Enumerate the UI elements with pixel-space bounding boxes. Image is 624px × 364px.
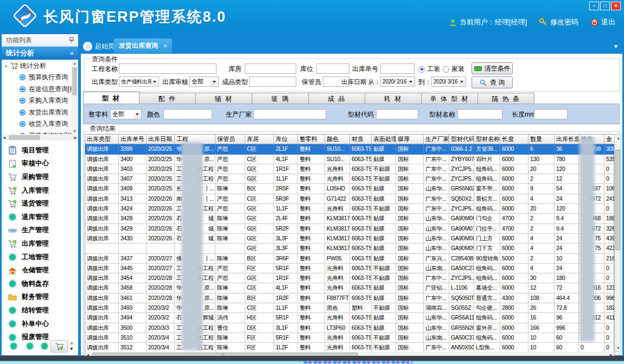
project-name-input[interactable] (119, 63, 217, 74)
pin-icon[interactable] (69, 37, 74, 43)
table-row[interactable]: 调拨出库34002020/2/25华原...严思C区4L1F整料SU10...6… (85, 155, 614, 164)
tree-item[interactable]: 采购入库查询 (2, 95, 78, 107)
column-header[interactable]: 膜厚 (396, 135, 424, 144)
table-row[interactable]: 调拨出库34302020/2/26石城陈琳G区3L3F整料KLM38176063… (85, 234, 614, 244)
whole-piece-dropdown[interactable]: 全部 (110, 109, 142, 119)
maximize-button[interactable]: □ (600, 2, 610, 10)
column-header[interactable]: 出库日期 (147, 135, 175, 144)
table-row[interactable]: 调拨出库34582020/2/28华原...陈琳C区4L1F整料光身料6063-… (85, 283, 614, 293)
date-from-picker[interactable]: 2020/ 2/16 (380, 76, 415, 87)
table-row[interactable]: 调拨出库34372020/2/27佛丨...陈琳B区3R6F整料PW056063… (85, 254, 614, 264)
column-header[interactable]: 整零料 (298, 135, 325, 144)
column-header[interactable]: 型材代码 (449, 135, 474, 144)
order-no-input[interactable] (380, 63, 415, 74)
column-header[interactable]: 型材名称 (474, 135, 500, 144)
table-row[interactable]: 调拨出库34282020/2/26石城陈琳G区2L4F整料KLM38176063… (85, 214, 614, 223)
sidebar-item-结转管理[interactable]: 结转管理 (2, 304, 78, 317)
sidebar-item-物料盘存[interactable]: 物料盘存 (2, 277, 78, 291)
material-tab-2[interactable]: 配 件 (139, 93, 196, 104)
sidebar-item-审核中心[interactable]: 审核中心 (2, 157, 78, 171)
sidebar-cart-button[interactable] (50, 340, 68, 353)
material-tab-7[interactable]: 单 体 型 材 (422, 93, 478, 104)
grid-vertical-scrollbar[interactable]: ▲▼ (614, 134, 621, 352)
change-password-link[interactable]: 修改密码 (550, 17, 578, 27)
table-row[interactable]: 调拨出库35002020/3/3工共工程曹佳D区3L1F整料LT3P606063… (85, 323, 614, 333)
sidebar-item-入库管理[interactable]: 入库管理 (2, 184, 78, 197)
sidebar-item-退货管理[interactable]: 退货管理 (2, 197, 78, 210)
sidebar-item-采购管理[interactable]: 采购管理 (2, 170, 78, 184)
table-row[interactable]: 调拨出库34072020/2/25工共工程严思G区1L1F整料光身料6063-T… (85, 174, 614, 184)
audit-dropdown[interactable]: 全部 (189, 76, 219, 87)
out-type-dropdown[interactable]: 生产领料出库 (119, 76, 159, 87)
column-header[interactable]: 金 (604, 135, 615, 144)
table-row[interactable]: 调拨出库34132020/2/26南丨...严思C区5R3F整料G7142260… (85, 194, 614, 204)
table-row[interactable]: 调拨出库34612020/2/28华原...陈琳B区1R2F整料F8877FT6… (85, 293, 614, 303)
tab-active[interactable]: 发货出库查询× (114, 39, 172, 53)
sidebar-dot-icon[interactable] (41, 343, 48, 349)
column-header[interactable]: 库位 (274, 135, 298, 144)
profile-code-input[interactable] (376, 109, 418, 119)
profile-name-input[interactable] (457, 109, 502, 119)
product-type-input[interactable] (249, 76, 296, 87)
column-header[interactable]: 出库类型 (85, 135, 119, 144)
sidebar-item-项目管理[interactable]: 项目管理 (2, 144, 78, 157)
sidebar-section-header[interactable]: 统计分析« (2, 47, 78, 60)
sidebar-item-出库管理[interactable]: 出库管理 (2, 237, 78, 251)
material-tab-6[interactable]: 耗 材 (365, 93, 422, 104)
tree-vertical-scrollbar[interactable]: ▲▼ (72, 60, 78, 134)
more-chevron[interactable]: »▾ (70, 341, 73, 352)
tree-item[interactable]: 在途信息查询[待 (2, 84, 78, 95)
material-tab-5[interactable]: 成 品 (309, 93, 365, 104)
column-header[interactable]: 出库长度 (555, 135, 579, 144)
radio-home-install[interactable]: 家装 (443, 65, 464, 74)
column-header[interactable]: 生产厂家 (424, 135, 449, 144)
column-header[interactable]: 颜色 (325, 135, 350, 144)
table-row[interactable]: 调拨出库34942020/3/2石辉城汤伟H区5R1F整料光身料6063-T5贴… (85, 313, 614, 323)
column-header[interactable]: 材质 (350, 135, 372, 144)
table-row[interactable]: 调拨出库34292020/2/26石城陈琳G区5R2F整料KLM38176063… (85, 224, 614, 234)
sidebar-item-工地管理[interactable]: 工地管理 (2, 251, 78, 264)
table-row[interactable]: 调拨出库34542020/2/28工共工程严思G区1R1F整料光身料6063-T… (85, 273, 614, 283)
logout-link[interactable]: 退出 (601, 17, 615, 27)
table-row[interactable]: 调拨出库35122020/3/4工共工程陈琳F区1L2F整料光身料6063-T5… (85, 343, 614, 353)
tree-item[interactable]: 发货出库查询 (2, 107, 78, 119)
length-input[interactable] (534, 109, 568, 119)
tree-horizontal-scrollbar[interactable]: ◀▶ (2, 134, 78, 141)
sidebar-item-退库管理[interactable]: 退库管理 (2, 210, 78, 224)
sidebar-item-补单中心[interactable]: 补单中心 (2, 317, 78, 331)
column-header[interactable]: 库房 (245, 135, 274, 144)
material-tab-1[interactable]: 型 材 (83, 92, 139, 104)
table-row[interactable]: 调拨出库34452020/2/27工共工程严思F区5R1F整料光身料6063-T… (85, 264, 614, 273)
table-row[interactable]: 调拨出库34242020/2/26工工程严思G区1L1F整料光身料6063-T5… (85, 204, 614, 214)
tab-list-chevron[interactable]: ▼ (613, 43, 619, 49)
clear-conditions-button[interactable]: 清空条件 (472, 62, 513, 74)
column-header[interactable]: 保管员 (215, 135, 245, 144)
table-row[interactable]: 调拨出库33992020/2/25华原...严思C区2L1F整料SU10...6… (85, 144, 614, 154)
warehouse-input[interactable] (245, 63, 296, 74)
table-row[interactable]: 调拨出库34932020/3/2华原...陈琳C区1L1F整料黑色塑料不贴膜国标… (85, 303, 614, 313)
sidebar-dot-icon[interactable] (10, 343, 17, 349)
tab-home[interactable]: ⌂起始页 (81, 39, 118, 53)
sidebar-item-仓储管理[interactable]: 仓储管理 (2, 264, 78, 277)
column-header[interactable]: 数量 (529, 135, 555, 144)
tree-item[interactable]: 预算执行查询 (2, 72, 78, 84)
table-row[interactable]: 调拨出库35102020/3/4工共工程陈琳F区5R1F整料光身料6063-T5… (85, 333, 614, 343)
minimize-button[interactable]: − (589, 2, 599, 10)
material-tab-8[interactable]: 隔 热 条 (478, 93, 534, 104)
tree-item[interactable]: 收货入库查询 (2, 118, 78, 130)
search-button[interactable]: 查 询 (472, 76, 513, 88)
tab-close-icon[interactable]: × (163, 42, 167, 50)
maker-input[interactable] (253, 109, 326, 119)
sidebar-dot-icon[interactable] (27, 343, 33, 349)
column-header[interactable]: 长度 (500, 135, 529, 144)
radio-work-install[interactable]: 工装 (418, 65, 440, 74)
table-row[interactable]: 调拨出库34092020/2/25长丨...陈琳B区2R5F整料LI35HD60… (85, 184, 614, 194)
material-tab-4[interactable]: 玻 璃 (252, 93, 309, 104)
tree-root[interactable]: ▲ 统计分析 (2, 60, 78, 72)
close-button[interactable]: × (611, 2, 621, 10)
color-input[interactable] (163, 109, 212, 119)
date-to-picker[interactable]: 2020/ 3/16 (431, 76, 466, 87)
sidebar-item-财务管理[interactable]: 财务管理 (2, 291, 78, 304)
table-row[interactable]: 调拨出库34032020/2/25工共工程严思G区1R1F整料光身料6063-T… (85, 164, 614, 174)
column-header[interactable]: 表面处理 (372, 135, 396, 144)
